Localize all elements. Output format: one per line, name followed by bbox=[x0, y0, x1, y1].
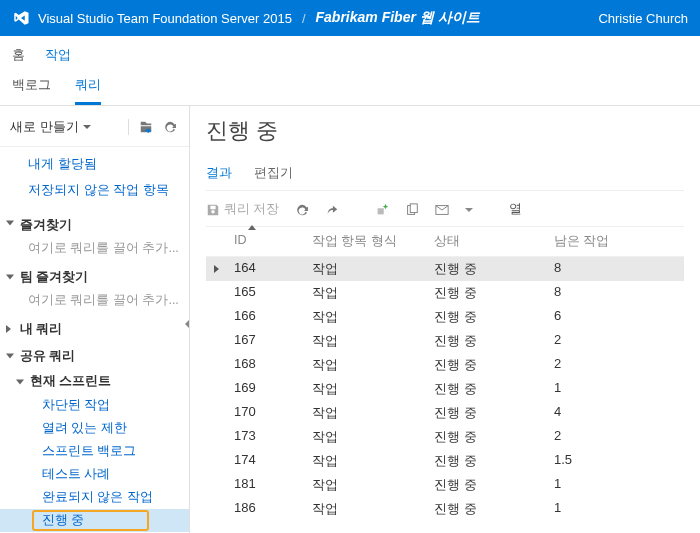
col-header-state[interactable]: 상태 bbox=[434, 233, 554, 250]
email-button[interactable] bbox=[435, 203, 449, 217]
query-item-sprint-backlog[interactable]: 스프린트 백로그 bbox=[0, 440, 189, 463]
cell-type: 작업 bbox=[312, 476, 434, 494]
copy-button[interactable] bbox=[405, 203, 419, 217]
cell-state: 진행 중 bbox=[434, 284, 554, 302]
cell-id: 168 bbox=[234, 356, 312, 374]
subheading-current-sprint[interactable]: 현재 스프린트 bbox=[0, 369, 189, 394]
new-query-button[interactable]: 새로 만들기 bbox=[10, 118, 91, 136]
results-toolbar: 쿼리 저장 bbox=[206, 191, 684, 227]
cell-id: 174 bbox=[234, 452, 312, 470]
svg-rect-1 bbox=[411, 203, 418, 212]
cell-state: 진행 중 bbox=[434, 476, 554, 494]
cell-id: 166 bbox=[234, 308, 312, 326]
cell-type: 작업 bbox=[312, 308, 434, 326]
save-query-button[interactable]: 쿼리 저장 bbox=[206, 201, 279, 218]
query-item-in-progress[interactable]: 진행 중 bbox=[0, 509, 189, 532]
query-item-open-limits[interactable]: 열려 있는 제한 bbox=[0, 417, 189, 440]
table-row[interactable]: 164작업진행 중8 bbox=[206, 257, 684, 281]
sidebar-quick-links: 내게 할당됨 저장되지 않은 작업 항목 bbox=[0, 147, 189, 207]
table-row[interactable]: 173작업진행 중2 bbox=[206, 425, 684, 449]
table-row[interactable]: 170작업진행 중4 bbox=[206, 401, 684, 425]
heading-shared-queries[interactable]: 공유 쿼리 bbox=[0, 342, 189, 369]
table-row[interactable]: 167작업진행 중2 bbox=[206, 329, 684, 353]
sort-ascending-icon bbox=[248, 225, 256, 230]
save-icon bbox=[206, 203, 220, 217]
table-row[interactable]: 166작업진행 중6 bbox=[206, 305, 684, 329]
cell-type: 작업 bbox=[312, 500, 434, 518]
cell-type: 작업 bbox=[312, 452, 434, 470]
query-item-test-cases[interactable]: 테스트 사례 bbox=[0, 463, 189, 486]
query-item-incomplete-work[interactable]: 완료되지 않은 작업 bbox=[0, 486, 189, 509]
grid-header: ID 작업 항목 형식 상태 남은 작업 bbox=[206, 227, 684, 257]
sidebar-resize-handle[interactable] bbox=[183, 106, 189, 533]
cell-id: 167 bbox=[234, 332, 312, 350]
new-linked-item-button[interactable] bbox=[375, 203, 389, 217]
table-row[interactable]: 174작업진행 중1.5 bbox=[206, 449, 684, 473]
table-row[interactable]: 165작업진행 중8 bbox=[206, 281, 684, 305]
cell-type: 작업 bbox=[312, 260, 434, 278]
tab-work[interactable]: 작업 bbox=[45, 42, 71, 70]
table-row[interactable]: 169작업진행 중1 bbox=[206, 377, 684, 401]
table-row[interactable]: 186작업진행 중1 bbox=[206, 497, 684, 521]
breadcrumb: Visual Studio Team Foundation Server 201… bbox=[38, 9, 598, 27]
tab-editor[interactable]: 편집기 bbox=[254, 160, 293, 190]
tab-results[interactable]: 결과 bbox=[206, 160, 232, 190]
sidebar: 새로 만들기 내게 할당됨 저장되지 않은 작업 항목 즐겨찾기 여기로 쿼리를… bbox=[0, 106, 190, 533]
column-options-button[interactable]: 열 bbox=[509, 201, 522, 218]
email-dropdown[interactable] bbox=[465, 206, 473, 214]
project-name[interactable]: Fabrikam Fiber 웹 사이트 bbox=[316, 9, 480, 27]
open-query-icon[interactable] bbox=[137, 118, 155, 136]
table-row[interactable]: 181작업진행 중1 bbox=[206, 473, 684, 497]
col-header-remaining[interactable]: 남은 작업 bbox=[554, 233, 684, 250]
heading-team-favorites[interactable]: 팀 즐겨찾기 bbox=[0, 263, 189, 290]
cell-remaining: 6 bbox=[554, 308, 684, 326]
tab-home[interactable]: 홈 bbox=[12, 42, 25, 70]
cell-id: 164 bbox=[234, 260, 312, 278]
nav-area: 홈 작업 백로그 쿼리 bbox=[0, 36, 700, 106]
nav-primary: 홈 작업 bbox=[12, 36, 688, 70]
cell-type: 작업 bbox=[312, 332, 434, 350]
cell-id: 173 bbox=[234, 428, 312, 446]
cell-type: 작업 bbox=[312, 380, 434, 398]
link-assigned-to-me[interactable]: 내게 할당됨 bbox=[0, 151, 189, 177]
cell-remaining: 2 bbox=[554, 332, 684, 350]
refresh-results-button[interactable] bbox=[295, 203, 309, 217]
cell-state: 진행 중 bbox=[434, 452, 554, 470]
cell-type: 작업 bbox=[312, 428, 434, 446]
refresh-icon[interactable] bbox=[161, 118, 179, 136]
top-bar: Visual Studio Team Foundation Server 201… bbox=[0, 0, 700, 36]
col-header-id[interactable]: ID bbox=[234, 233, 312, 250]
product-name[interactable]: Visual Studio Team Foundation Server 201… bbox=[38, 11, 292, 26]
sparkle-icon bbox=[375, 203, 389, 217]
cell-remaining: 8 bbox=[554, 284, 684, 302]
cell-state: 진행 중 bbox=[434, 332, 554, 350]
run-query-button[interactable] bbox=[325, 203, 339, 217]
heading-my-queries[interactable]: 내 쿼리 bbox=[0, 315, 189, 342]
cell-type: 작업 bbox=[312, 284, 434, 302]
results-grid: ID 작업 항목 형식 상태 남은 작업 164작업진행 중8165작업진행 중… bbox=[206, 227, 684, 521]
main-pane: 진행 중 결과 편집기 쿼리 저장 bbox=[190, 106, 700, 533]
cell-id: 169 bbox=[234, 380, 312, 398]
page-title: 진행 중 bbox=[206, 116, 684, 146]
favorites-hint: 여기로 쿼리를 끌어 추가... bbox=[0, 238, 189, 263]
link-unsaved-work-items[interactable]: 저장되지 않은 작업 항목 bbox=[0, 177, 189, 203]
tab-queries[interactable]: 쿼리 bbox=[75, 70, 101, 105]
cell-state: 진행 중 bbox=[434, 500, 554, 518]
query-item-blocked-tasks[interactable]: 차단된 작업 bbox=[0, 394, 189, 417]
mail-icon bbox=[435, 203, 449, 217]
team-favorites-hint: 여기로 쿼리를 끌어 추가... bbox=[0, 290, 189, 315]
heading-favorites[interactable]: 즐겨찾기 bbox=[0, 207, 189, 238]
cell-remaining: 2 bbox=[554, 428, 684, 446]
cell-state: 진행 중 bbox=[434, 428, 554, 446]
current-user[interactable]: Christie Church bbox=[598, 11, 688, 26]
query-item-row-in-progress: 진행 중 bbox=[0, 509, 189, 532]
chevron-down-icon bbox=[465, 206, 473, 214]
visual-studio-logo-icon bbox=[12, 9, 30, 27]
breadcrumb-separator: / bbox=[302, 11, 306, 26]
cell-id: 186 bbox=[234, 500, 312, 518]
tab-backlog[interactable]: 백로그 bbox=[12, 70, 51, 105]
col-header-type[interactable]: 작업 항목 형식 bbox=[312, 233, 434, 250]
cell-remaining: 1 bbox=[554, 476, 684, 494]
sidebar-toolbar: 새로 만들기 bbox=[0, 114, 189, 147]
table-row[interactable]: 168작업진행 중2 bbox=[206, 353, 684, 377]
